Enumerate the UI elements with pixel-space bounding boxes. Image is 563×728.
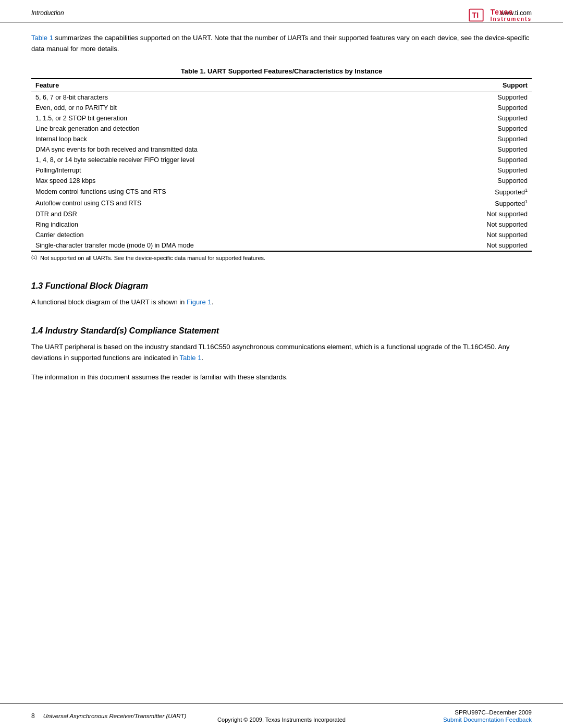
ti-instruments-label: Instruments <box>491 16 532 22</box>
table-row: Single-character transfer mode (mode 0) … <box>31 240 532 251</box>
table-row: Internal loop backSupported <box>31 134 532 144</box>
table-cell-feature: Autoflow control using CTS and RTS <box>31 198 419 209</box>
figure1-link[interactable]: Figure 1 <box>187 298 212 306</box>
table-cell-support: Not supported <box>419 240 532 251</box>
table-cell-support: Supported1 <box>419 198 532 209</box>
ti-logo-icon: TI <box>469 7 487 23</box>
table-cell-support: Supported <box>419 155 532 165</box>
table-row: Line break generation and detectionSuppo… <box>31 124 532 134</box>
table-cell-feature: Carrier detection <box>31 230 419 240</box>
section-13-text: A functional block diagram of the UART i… <box>31 298 187 306</box>
ti-logo-text: Texas Instruments <box>491 8 532 22</box>
table-cell-support: Supported1 <box>419 186 532 198</box>
table-cell-support: Not supported <box>419 209 532 219</box>
section-14-body1: The UART peripheral is based on the indu… <box>31 342 532 364</box>
table-cell-feature: 1, 1.5, or 2 STOP bit generation <box>31 113 419 124</box>
table-cell-support: Not supported <box>419 230 532 240</box>
table-row: Even, odd, or no PARITY bitSupported <box>31 103 532 113</box>
table1-link-section14[interactable]: Table 1 <box>180 354 202 362</box>
section-14-body2: The information in this document assumes… <box>31 372 532 383</box>
table-cell-feature: Polling/Interrupt <box>31 165 419 176</box>
ti-texas-label: Texas <box>491 8 532 16</box>
table-row: Carrier detectionNot supported <box>31 230 532 240</box>
table-cell-feature: Modem control functions using CTS and RT… <box>31 186 419 198</box>
table-cell-support: Supported <box>419 165 532 176</box>
intro-paragraph: Table 1 summarizes the capabilities supp… <box>31 33 532 55</box>
section-13-heading: 1.3 Functional Block Diagram <box>31 281 532 291</box>
submit-documentation-feedback-link[interactable]: Submit Documentation Feedback <box>443 717 532 723</box>
table-cell-feature: Ring indication <box>31 219 419 230</box>
footer-doc-title: Universal Asynchronous Receiver/Transmit… <box>43 713 187 719</box>
table-cell-support: Supported <box>419 113 532 124</box>
table-row: Autoflow control using CTS and RTSSuppor… <box>31 198 532 209</box>
footer-doc-code: SPRU997C–December 2009 <box>455 709 532 715</box>
footer-copyright: Copyright © 2009, Texas Instruments Inco… <box>217 717 346 723</box>
main-content: Table 1 summarizes the capabilities supp… <box>0 22 563 402</box>
footer-page-number: 8 <box>31 712 35 720</box>
section-14-heading: 1.4 Industry Standard(s) Compliance Stat… <box>31 326 532 336</box>
table-cell-feature: DMA sync events for both received and tr… <box>31 144 419 155</box>
table-cell-feature: Line break generation and detection <box>31 124 419 134</box>
section-14-text1-end: . <box>201 354 203 362</box>
table-cell-feature: Internal loop back <box>31 134 419 144</box>
table-row: Polling/InterruptSupported <box>31 165 532 176</box>
table-row: 1, 4, 8, or 14 byte selectable receiver … <box>31 155 532 165</box>
table-title: Table 1. UART Supported Features/Charact… <box>31 67 532 75</box>
table-cell-feature: Max speed 128 kbps <box>31 176 419 186</box>
table-cell-feature: Single-character transfer mode (mode 0) … <box>31 240 419 251</box>
page-footer: 8 Universal Asynchronous Receiver/Transm… <box>0 704 563 728</box>
footer-right: SPRU997C–December 2009 Submit Documentat… <box>443 709 532 723</box>
table-cell-feature: 1, 4, 8, or 14 byte selectable receiver … <box>31 155 419 165</box>
table-cell-support: Supported <box>419 176 532 186</box>
table-row: Max speed 128 kbpsSupported <box>31 176 532 186</box>
footer-left: 8 Universal Asynchronous Receiver/Transm… <box>31 712 186 720</box>
footnote-number: (1) <box>31 255 37 263</box>
table-header-row: Feature Support <box>31 79 532 92</box>
table-cell-support: Supported <box>419 124 532 134</box>
header-section-label: Introduction <box>31 9 64 17</box>
table-cell-support: Supported <box>419 103 532 113</box>
table1-link-intro[interactable]: Table 1 <box>31 34 53 42</box>
page-container: TI Texas Instruments Introduction www.ti… <box>0 0 563 728</box>
col-feature-header: Feature <box>31 79 419 92</box>
section-13-body: A functional block diagram of the UART i… <box>31 297 532 308</box>
table-footnote: (1) Not supported on all UARTs. See the … <box>31 255 532 263</box>
svg-text:TI: TI <box>472 11 479 19</box>
table-row: DTR and DSRNot supported <box>31 209 532 219</box>
table-cell-support: Supported <box>419 144 532 155</box>
feature-table: Feature Support 5, 6, 7 or 8-bit charact… <box>31 78 532 252</box>
footnote-text: Not supported on all UARTs. See the devi… <box>40 255 265 263</box>
table-cell-support: Supported <box>419 92 532 103</box>
table-row: Ring indicationNot supported <box>31 219 532 230</box>
table-cell-support: Supported <box>419 134 532 144</box>
ti-logo: TI Texas Instruments <box>469 7 532 23</box>
table-row: DMA sync events for both received and tr… <box>31 144 532 155</box>
table-row: 1, 1.5, or 2 STOP bit generationSupporte… <box>31 113 532 124</box>
section-14-text1: The UART peripheral is based on the indu… <box>31 343 510 362</box>
table-cell-feature: 5, 6, 7 or 8-bit characters <box>31 92 419 103</box>
table-cell-support: Not supported <box>419 219 532 230</box>
section-13-end: . <box>212 298 214 306</box>
intro-text: summarizes the capabilities supported on… <box>31 34 530 53</box>
table-cell-feature: Even, odd, or no PARITY bit <box>31 103 419 113</box>
table-row: 5, 6, 7 or 8-bit charactersSupported <box>31 92 532 103</box>
col-support-header: Support <box>419 79 532 92</box>
table-cell-feature: DTR and DSR <box>31 209 419 219</box>
table-row: Modem control functions using CTS and RT… <box>31 186 532 198</box>
